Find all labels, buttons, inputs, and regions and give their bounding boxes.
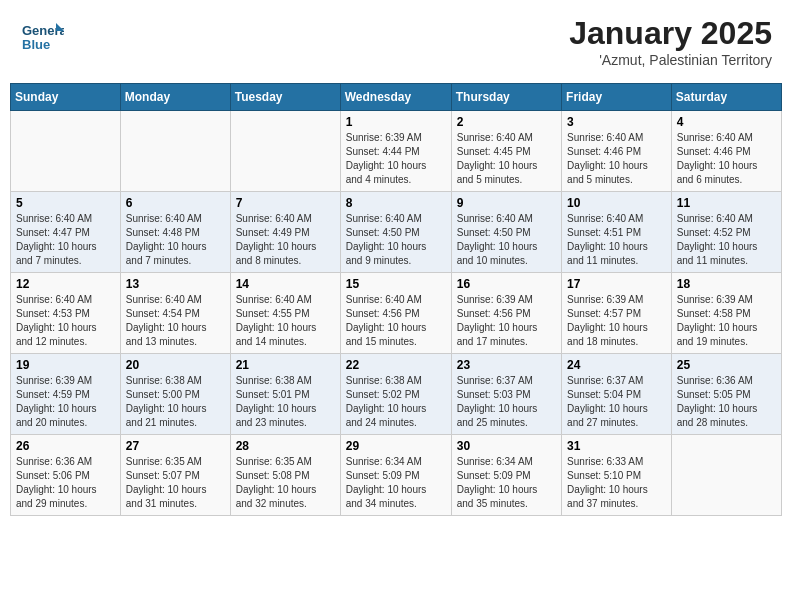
day-number: 17 [567,277,666,291]
day-number: 6 [126,196,225,210]
day-number: 29 [346,439,446,453]
weekday-tuesday: Tuesday [230,84,340,111]
day-info: Sunrise: 6:40 AM Sunset: 4:53 PM Dayligh… [16,294,97,347]
day-info: Sunrise: 6:39 AM Sunset: 4:58 PM Dayligh… [677,294,758,347]
day-info: Sunrise: 6:34 AM Sunset: 5:09 PM Dayligh… [346,456,427,509]
day-number: 18 [677,277,776,291]
weekday-thursday: Thursday [451,84,561,111]
day-info: Sunrise: 6:39 AM Sunset: 4:44 PM Dayligh… [346,132,427,185]
day-cell-25: 25Sunrise: 6:36 AM Sunset: 5:05 PM Dayli… [671,354,781,435]
logo-icon: General Blue [20,15,60,55]
day-cell-6: 6Sunrise: 6:40 AM Sunset: 4:48 PM Daylig… [120,192,230,273]
weekday-friday: Friday [562,84,672,111]
day-info: Sunrise: 6:40 AM Sunset: 4:46 PM Dayligh… [567,132,648,185]
day-info: Sunrise: 6:40 AM Sunset: 4:54 PM Dayligh… [126,294,207,347]
day-cell-19: 19Sunrise: 6:39 AM Sunset: 4:59 PM Dayli… [11,354,121,435]
calendar-table: SundayMondayTuesdayWednesdayThursdayFrid… [10,83,782,516]
day-info: Sunrise: 6:35 AM Sunset: 5:07 PM Dayligh… [126,456,207,509]
week-row-1: 1Sunrise: 6:39 AM Sunset: 4:44 PM Daylig… [11,111,782,192]
day-info: Sunrise: 6:40 AM Sunset: 4:46 PM Dayligh… [677,132,758,185]
logo: General Blue [20,15,64,55]
day-cell-1: 1Sunrise: 6:39 AM Sunset: 4:44 PM Daylig… [340,111,451,192]
day-number: 10 [567,196,666,210]
day-info: Sunrise: 6:34 AM Sunset: 5:09 PM Dayligh… [457,456,538,509]
day-cell-7: 7Sunrise: 6:40 AM Sunset: 4:49 PM Daylig… [230,192,340,273]
weekday-header-row: SundayMondayTuesdayWednesdayThursdayFrid… [11,84,782,111]
day-number: 23 [457,358,556,372]
day-cell-8: 8Sunrise: 6:40 AM Sunset: 4:50 PM Daylig… [340,192,451,273]
day-cell-28: 28Sunrise: 6:35 AM Sunset: 5:08 PM Dayli… [230,435,340,516]
day-number: 25 [677,358,776,372]
day-info: Sunrise: 6:40 AM Sunset: 4:50 PM Dayligh… [346,213,427,266]
day-info: Sunrise: 6:39 AM Sunset: 4:57 PM Dayligh… [567,294,648,347]
weekday-sunday: Sunday [11,84,121,111]
day-number: 8 [346,196,446,210]
day-number: 19 [16,358,115,372]
day-info: Sunrise: 6:40 AM Sunset: 4:56 PM Dayligh… [346,294,427,347]
weekday-monday: Monday [120,84,230,111]
day-cell-16: 16Sunrise: 6:39 AM Sunset: 4:56 PM Dayli… [451,273,561,354]
empty-cell [671,435,781,516]
day-cell-31: 31Sunrise: 6:33 AM Sunset: 5:10 PM Dayli… [562,435,672,516]
day-number: 4 [677,115,776,129]
day-number: 30 [457,439,556,453]
day-cell-20: 20Sunrise: 6:38 AM Sunset: 5:00 PM Dayli… [120,354,230,435]
page-header: General Blue January 2025 'Azmut, Palest… [10,10,782,73]
calendar-title: January 2025 [569,15,772,52]
week-row-5: 26Sunrise: 6:36 AM Sunset: 5:06 PM Dayli… [11,435,782,516]
day-number: 20 [126,358,225,372]
calendar-subtitle: 'Azmut, Palestinian Territory [569,52,772,68]
day-number: 28 [236,439,335,453]
empty-cell [230,111,340,192]
day-number: 27 [126,439,225,453]
day-info: Sunrise: 6:40 AM Sunset: 4:47 PM Dayligh… [16,213,97,266]
day-number: 9 [457,196,556,210]
day-cell-23: 23Sunrise: 6:37 AM Sunset: 5:03 PM Dayli… [451,354,561,435]
day-cell-12: 12Sunrise: 6:40 AM Sunset: 4:53 PM Dayli… [11,273,121,354]
day-number: 7 [236,196,335,210]
day-cell-18: 18Sunrise: 6:39 AM Sunset: 4:58 PM Dayli… [671,273,781,354]
week-row-3: 12Sunrise: 6:40 AM Sunset: 4:53 PM Dayli… [11,273,782,354]
day-cell-17: 17Sunrise: 6:39 AM Sunset: 4:57 PM Dayli… [562,273,672,354]
weekday-saturday: Saturday [671,84,781,111]
day-cell-14: 14Sunrise: 6:40 AM Sunset: 4:55 PM Dayli… [230,273,340,354]
day-number: 2 [457,115,556,129]
day-info: Sunrise: 6:40 AM Sunset: 4:49 PM Dayligh… [236,213,317,266]
title-block: January 2025 'Azmut, Palestinian Territo… [569,15,772,68]
day-info: Sunrise: 6:36 AM Sunset: 5:06 PM Dayligh… [16,456,97,509]
day-cell-22: 22Sunrise: 6:38 AM Sunset: 5:02 PM Dayli… [340,354,451,435]
day-info: Sunrise: 6:39 AM Sunset: 4:59 PM Dayligh… [16,375,97,428]
day-info: Sunrise: 6:38 AM Sunset: 5:02 PM Dayligh… [346,375,427,428]
day-number: 26 [16,439,115,453]
day-info: Sunrise: 6:36 AM Sunset: 5:05 PM Dayligh… [677,375,758,428]
day-cell-5: 5Sunrise: 6:40 AM Sunset: 4:47 PM Daylig… [11,192,121,273]
day-cell-13: 13Sunrise: 6:40 AM Sunset: 4:54 PM Dayli… [120,273,230,354]
day-number: 24 [567,358,666,372]
day-info: Sunrise: 6:40 AM Sunset: 4:51 PM Dayligh… [567,213,648,266]
day-cell-3: 3Sunrise: 6:40 AM Sunset: 4:46 PM Daylig… [562,111,672,192]
day-info: Sunrise: 6:38 AM Sunset: 5:00 PM Dayligh… [126,375,207,428]
day-cell-4: 4Sunrise: 6:40 AM Sunset: 4:46 PM Daylig… [671,111,781,192]
day-number: 21 [236,358,335,372]
day-cell-11: 11Sunrise: 6:40 AM Sunset: 4:52 PM Dayli… [671,192,781,273]
empty-cell [11,111,121,192]
day-info: Sunrise: 6:37 AM Sunset: 5:03 PM Dayligh… [457,375,538,428]
day-info: Sunrise: 6:39 AM Sunset: 4:56 PM Dayligh… [457,294,538,347]
day-cell-21: 21Sunrise: 6:38 AM Sunset: 5:01 PM Dayli… [230,354,340,435]
day-info: Sunrise: 6:40 AM Sunset: 4:45 PM Dayligh… [457,132,538,185]
day-number: 12 [16,277,115,291]
day-number: 14 [236,277,335,291]
day-info: Sunrise: 6:40 AM Sunset: 4:48 PM Dayligh… [126,213,207,266]
day-number: 1 [346,115,446,129]
day-cell-2: 2Sunrise: 6:40 AM Sunset: 4:45 PM Daylig… [451,111,561,192]
day-info: Sunrise: 6:38 AM Sunset: 5:01 PM Dayligh… [236,375,317,428]
empty-cell [120,111,230,192]
day-cell-15: 15Sunrise: 6:40 AM Sunset: 4:56 PM Dayli… [340,273,451,354]
week-row-2: 5Sunrise: 6:40 AM Sunset: 4:47 PM Daylig… [11,192,782,273]
day-number: 11 [677,196,776,210]
day-number: 15 [346,277,446,291]
week-row-4: 19Sunrise: 6:39 AM Sunset: 4:59 PM Dayli… [11,354,782,435]
day-number: 22 [346,358,446,372]
day-cell-9: 9Sunrise: 6:40 AM Sunset: 4:50 PM Daylig… [451,192,561,273]
day-cell-26: 26Sunrise: 6:36 AM Sunset: 5:06 PM Dayli… [11,435,121,516]
